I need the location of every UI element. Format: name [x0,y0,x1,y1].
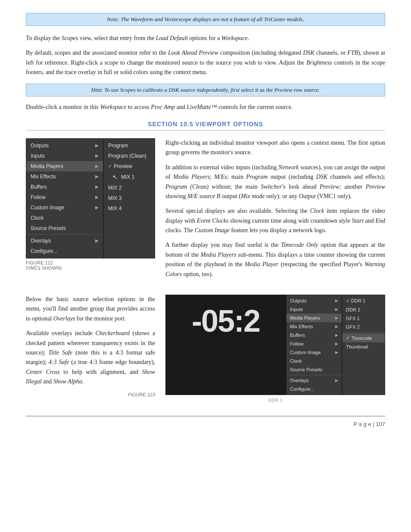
small-context-menu[interactable]: Outputs ▶ Inputs ▶ Media Players ▶ Mix [286,295,342,395]
menu-item-follow[interactable]: Follow ▶ [26,192,103,202]
small-label-clock: Clock [290,358,302,364]
menu-label-follow: Follow [31,194,46,200]
small-menu-overlays[interactable]: Overlays ▶ [286,376,342,385]
small-label-inputs: Inputs [290,307,303,312]
submenu-item-preview[interactable]: Preview [104,161,155,171]
timer-display: -05:2 [165,295,286,395]
menu-item-custom-image[interactable]: Custom Image ▶ [26,202,103,213]
small-submenu-ddr2[interactable]: DDR 2 [342,305,385,314]
small-label-follow: Follow [290,341,304,346]
small-label-configure: Configure... [290,386,314,392]
hint-box: Hint: To use Scopes to calibrate a DSK s… [26,84,385,96]
menu-item-source-presets[interactable]: Source Presets [26,223,103,233]
submenu-item-program[interactable]: Program [104,140,155,151]
small-submenu-gfx2[interactable]: GFX 2 [342,323,385,331]
small-label-buffers: Buffers [290,333,305,338]
small-menu-follow[interactable]: Follow ▶ [286,339,342,348]
small-menu-buffers[interactable]: Buffers ▶ [286,331,342,339]
timer-and-menu: -05:2 Outputs ▶ Inputs ▶ Me [165,295,385,395]
small-arrow-mix-effects: ▶ [335,324,338,329]
submenu-item-mix4[interactable]: MIX 4 [104,203,155,214]
ddr-label: DDR 1 [268,398,282,403]
paragraph-3: Double-click a monitor in this Workspace… [26,103,385,112]
small-arrow-buffers: ▶ [335,333,338,337]
small-arrow-custom-image: ▶ [335,350,338,355]
arrow-icon-media-players: ▶ [95,164,99,168]
paragraph-2: By default, scopes and the associated mo… [26,48,385,77]
small-menu-source-presets[interactable]: Source Presets [286,365,342,374]
small-menu-divider [286,375,342,375]
small-submenu-ddr1[interactable]: DDR 1 [342,296,385,305]
arrow-icon-inputs: ▶ [95,153,99,158]
figure-box: -05:2 Outputs ▶ Inputs ▶ Me [165,295,385,403]
paragraph-8: Below the basic source selection options… [26,295,155,324]
small-label-media-players: Media Players [290,315,320,320]
small-label-custom-image: Custom Image [290,350,321,355]
section-prefix: SECTION 10.5 [148,121,195,128]
menu-item-clock[interactable]: Clock [26,213,103,223]
bottom-left-text: Below the basic source selection options… [26,295,155,403]
small-menu-inputs[interactable]: Inputs ▶ [286,305,342,314]
menu-label-configure: Configure... [31,248,57,254]
menu-item-configure[interactable]: Configure... [26,246,103,256]
small-submenu-thumbnail[interactable]: Thumbnail [342,342,385,351]
arrow-icon-custom-image: ▶ [95,205,99,210]
small-menu-outputs[interactable]: Outputs ▶ [286,296,342,305]
checkmark-icon: ✓ [346,335,350,341]
submenu-item-mix3[interactable]: MIX 3 [104,193,155,203]
menu-label-overlays: Overlays [31,238,51,244]
small-menu-mix-effects[interactable]: Mix Effects ▶ [286,322,342,331]
main-context-menu[interactable]: Outputs ▶ Inputs ▶ Media Players ▶ Mix E… [26,138,103,258]
menu-label-media-players: Media Players [31,163,63,169]
menu-item-inputs[interactable]: Inputs ▶ [26,151,103,161]
bottom-right-figure: -05:2 Outputs ▶ Inputs ▶ Me [165,295,385,403]
small-label-source-presets: Source Presets [290,367,322,372]
menu-item-buffers[interactable]: Buffers ▶ [26,182,103,192]
paragraph-9: Available overlays include Checkerboard … [26,329,155,386]
small-menu-custom-image[interactable]: Custom Image ▶ [286,348,342,357]
figure-122-caption: FIGURE 122(VMC1 SHOWN) [26,260,155,271]
menu-item-media-players[interactable]: Media Players ▶ [26,161,103,171]
right-text-block: Right-clicking an individual monitor vie… [165,138,385,284]
menu-label-custom-image: Custom Image [31,205,64,211]
small-arrow-overlays: ▶ [335,378,338,383]
menu-item-overlays[interactable]: Overlays ▶ [26,236,103,246]
section-title: SECTION 10.5 VIEWPORT OPTIONS [26,121,385,131]
menu-label-source-presets: Source Presets [31,225,66,231]
small-submenu-divider [342,332,385,333]
small-menu-clock[interactable]: Clock [286,357,342,365]
submenu-item-mix1[interactable]: ↖MIX 1 [104,171,155,183]
menu-item-mix-effects[interactable]: Mix Effects ▶ [26,171,103,182]
menu-label-mix-effects: Mix Effects [31,174,56,180]
submenu-item-program-clean[interactable]: Program (Clean) [104,151,155,161]
menu-item-outputs[interactable]: Outputs ▶ [26,140,103,151]
figure-123-label: FIGURE 123 [26,392,155,397]
section-heading: VIEWPORT OPTIONS [195,121,263,128]
small-menu-container: Outputs ▶ Inputs ▶ Media Players ▶ Mix [286,295,385,395]
small-submenu: DDR 1 DDR 2 GFX 1 GFX 2 ✓ Timecode Thumb… [342,295,385,395]
submenu-panel: Program Program (Clean) Preview ↖MIX 1 M… [103,138,155,258]
small-submenu-timecode[interactable]: ✓ Timecode [342,333,385,342]
submenu-item-mix2[interactable]: MIX 2 [104,183,155,193]
cursor-icon: ↖ [112,174,118,180]
arrow-icon-overlays: ▶ [95,238,99,243]
paragraph-4: Right-clicking an individual monitor vie… [165,138,385,158]
small-menu-media-players[interactable]: Media Players ▶ [286,314,342,322]
note-text: Note: The Waveform and Vectorscope displ… [107,16,304,22]
small-arrow-inputs: ▶ [335,307,338,311]
menu-submenu-wrapper: Outputs ▶ Inputs ▶ Media Players ▶ Mix E… [26,138,155,258]
small-arrow-outputs: ▶ [335,299,338,303]
bottom-section: Below the basic source selection options… [26,295,385,403]
page-footer: P a g e | 107 [26,416,385,427]
small-label-outputs: Outputs [290,298,307,303]
small-label-overlays: Overlays [290,378,308,383]
arrow-icon-outputs: ▶ [95,143,99,148]
small-submenu-gfx1[interactable]: GFX 1 [342,314,385,323]
small-menu-configure[interactable]: Configure... [286,385,342,393]
menu-label-outputs: Outputs [31,143,49,149]
context-menu-figure: Outputs ▶ Inputs ▶ Media Players ▶ Mix E… [26,138,155,284]
arrow-icon-follow: ▶ [95,195,99,199]
viewport-section: Outputs ▶ Inputs ▶ Media Players ▶ Mix E… [26,138,385,284]
paragraph-7: A further display you may find useful is… [165,240,385,279]
small-label-mix-effects: Mix Effects [290,324,313,329]
